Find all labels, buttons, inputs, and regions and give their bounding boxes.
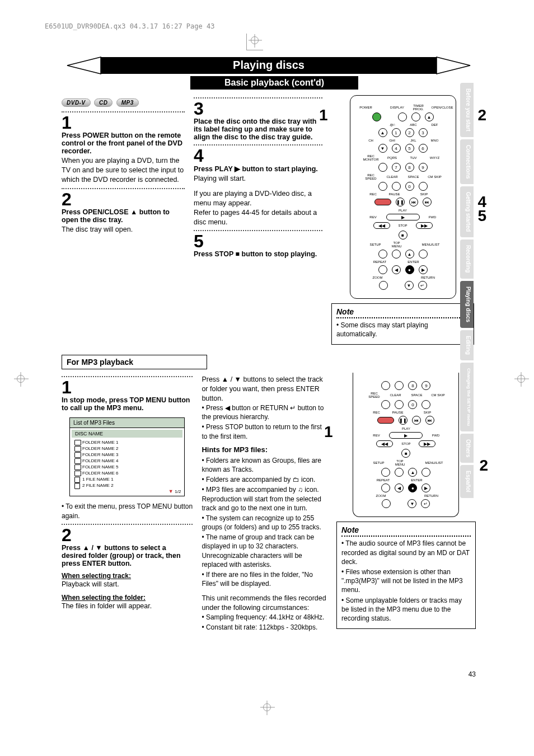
svg-marker-2 — [437, 57, 470, 74]
step-3-bold: Place the disc onto the disc tray with i… — [194, 118, 322, 141]
remote-label: CM SKIP — [427, 175, 443, 179]
remote-label: PLAY — [355, 209, 451, 212]
remote-button — [381, 483, 390, 492]
play-button-icon: ▶ — [386, 214, 420, 220]
remote-button: ▶▶ — [419, 440, 435, 447]
remote-label: PAUSE — [389, 411, 406, 414]
remote-button: 2 — [405, 128, 414, 137]
divider — [62, 524, 193, 525]
remote-button — [421, 468, 430, 477]
mp3-osd-menu: List of MP3 Files DISC NAME FOLDER NAME … — [69, 417, 185, 496]
remote-label: SPACE — [405, 175, 422, 179]
hints-heading: Hints for MP3 files: — [202, 445, 327, 454]
remote-label: DEF — [427, 123, 443, 126]
remote-button: ▶ — [419, 265, 428, 274]
remote-label: PQRS — [384, 156, 401, 159]
hint-item: • If there are no files in the folder, "… — [202, 570, 327, 588]
note-title: Note — [336, 307, 469, 316]
remote-label: ENTER — [408, 478, 425, 482]
recommend-item: • Constant bit rate: 112kbps - 320kbps. — [202, 623, 327, 632]
hint-item: • MP3 files are accompanied by ♫ icon. R… — [202, 485, 327, 513]
mp3-col2-bullet: • Press STOP button to return to the fir… — [202, 422, 327, 440]
remote-label: RETURN — [423, 494, 439, 497]
remote-button: 6 — [419, 144, 428, 153]
remote-button — [379, 281, 388, 290]
remote-diagram-top: 1 2 4 5 POWERDISPLAYTIMER PROG.OPEN/CLOS… — [331, 95, 474, 299]
divider — [194, 97, 322, 98]
remote-button: 4 — [392, 144, 401, 153]
mp3-step-1-note: • To exit the menu, press TOP MENU butto… — [62, 502, 193, 520]
note-item: • Some unplayable folders or tracks may … — [341, 596, 471, 623]
mp3-section-header: For MP3 playback — [62, 355, 207, 369]
when-selecting-track-text: Playback will start. — [62, 580, 193, 589]
tab-changing-setup: Changing the SETUP menu — [460, 363, 474, 431]
when-selecting-folder-heading: When selecting the folder: — [62, 594, 146, 602]
recommend-intro: This unit recommends the files recorded … — [202, 594, 327, 613]
remote-label: JKL — [405, 139, 422, 142]
recommend-item: • Sampling frequency: 44.1kHz or 48kHz. — [202, 613, 327, 622]
remote-button: ⏮ — [412, 416, 421, 425]
remote-button: ▲ — [378, 128, 387, 137]
remote-label: REC MONITOR — [363, 154, 380, 161]
remote-button — [381, 400, 390, 409]
remote-label: ZOOM — [372, 494, 389, 497]
note-item: • Files whose extension is other than ".… — [341, 567, 471, 595]
remote-diagram-bottom: 1 2 89 REC SPEEDCLEARSPACECM SKIP 0 RECP… — [336, 373, 476, 517]
tab-connections: Connections — [460, 139, 474, 185]
osd-file-item: 2 FILE NAME 2 — [70, 482, 184, 489]
mp3-step-2-number: 2 — [62, 526, 193, 544]
remote-button: ⏮ — [409, 198, 418, 206]
osd-folder-item: FOLDER NAME 4 — [70, 458, 184, 464]
remote-button — [395, 381, 404, 390]
step-4-text: Playing will start. — [194, 174, 322, 184]
tab-getting-started: Getting started — [460, 186, 474, 237]
remote-button: 7 — [392, 163, 401, 172]
remote-label: RETURN — [420, 276, 437, 279]
remote-button: ▲ — [408, 468, 417, 477]
step-1-text: When you are playing a DVD, turn the TV … — [62, 156, 185, 185]
remote-button — [398, 112, 407, 121]
divider — [194, 230, 322, 231]
remote-button — [381, 381, 390, 390]
side-tabs: Before you start Connections Getting sta… — [460, 83, 474, 498]
remote-label: CLEAR — [384, 175, 401, 179]
registration-mark-top — [251, 36, 259, 44]
section-subtitle: Basic playback (cont'd) — [190, 76, 358, 90]
play-button-icon: ▶ — [389, 432, 423, 439]
remote-button: ↵ — [421, 499, 430, 508]
osd-folder-item: FOLDER NAME 1 — [70, 439, 184, 445]
step-1-bold: Press POWER button on the remote control… — [62, 132, 185, 155]
mp3-col2-bullet: • Press ◀ button or RETURN ↵ button to t… — [202, 403, 327, 421]
step-4-extra: If you are playing a DVD-Video disc, a m… — [194, 189, 322, 227]
callout-2: 2 — [479, 457, 488, 475]
remote-button — [378, 265, 387, 274]
remote-label: PLAY — [358, 427, 454, 430]
remote-button: 5 — [405, 144, 414, 153]
print-header: E6501UD_DVR90DEA.qx3 04.3.17 16:27 Page … — [45, 22, 214, 30]
remote-button — [392, 182, 401, 191]
remote-label: REC — [365, 192, 382, 196]
rec-button-icon — [374, 199, 391, 205]
remote-label: OPEN/CLOSE — [432, 106, 448, 109]
remote-button: ◀ — [395, 483, 404, 492]
remote-label: GHI — [384, 139, 401, 142]
remote-label: SETUP — [370, 461, 387, 464]
osd-folder-item: FOLDER NAME 6 — [70, 470, 184, 476]
remote-button — [421, 400, 430, 409]
note-item: • Some discs may start playing automatic… — [336, 321, 469, 339]
remote-label: TUV — [405, 156, 422, 159]
mp3-step-1-bold: In stop mode, press TOP MENU button to c… — [62, 396, 193, 412]
osd-folder-item: FOLDER NAME 5 — [70, 464, 184, 470]
remote-label: DISPLAY — [389, 106, 406, 109]
step-3-number: 3 — [194, 100, 322, 118]
callout-2: 2 — [477, 106, 486, 124]
remote-label: SKIP — [410, 411, 444, 414]
remote-button: ▲ — [405, 250, 414, 259]
note-box-2: Note • The audio source of MP3 files can… — [336, 522, 476, 629]
osd-file-item: 1 FILE NAME 1 — [70, 476, 184, 482]
remote-button — [378, 250, 387, 259]
remote-label: CLEAR — [387, 393, 404, 397]
hint-item: • The name of group and track can be dis… — [202, 533, 327, 569]
remote-label: .@/: — [384, 123, 401, 126]
remote-label: PAUSE — [386, 192, 403, 196]
